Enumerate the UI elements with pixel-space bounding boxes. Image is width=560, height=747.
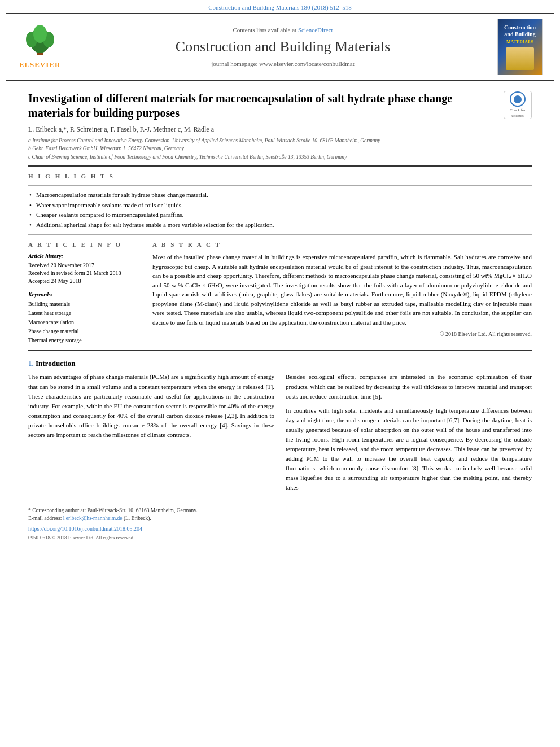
keyword-5: Thermal energy storage <box>28 336 141 345</box>
highlight-item-2: Water vapor impermeable sealants made of… <box>28 200 532 210</box>
journal-header: ELSEVIER Contents lists available at Sci… <box>6 13 554 81</box>
issn-text: 0950-0618/© 2018 Elsevier Ltd. All right… <box>28 534 532 541</box>
keyword-4: Phase change material <box>28 327 141 336</box>
affiliation-a: a Institute for Process Control and Inno… <box>28 137 532 145</box>
check-updates-label: Check for updates <box>504 108 531 119</box>
check-updates-badge: Check for updates <box>504 91 532 119</box>
divider-after-abstract <box>28 350 532 351</box>
doi-link[interactable]: https://doi.org/10.1016/j.conbuildmat.20… <box>28 525 532 533</box>
email-note: E-mail address: l.erlbeck@hs-mannheim.de… <box>28 514 532 522</box>
article-content: Investigation of different materials for… <box>17 91 543 541</box>
journal-citation-text: Construction and Building Materials 180 … <box>208 4 352 11</box>
article-info-header: A R T I C L E I N F O <box>28 241 141 249</box>
article-info-abstract-section: A R T I C L E I N F O Article history: R… <box>28 241 532 345</box>
highlight-item-4: Additional spherical shape for salt hydr… <box>28 220 532 230</box>
revised-date: Received in revised form 21 March 2018 <box>28 269 141 277</box>
abstract-header: A B S T R A C T <box>152 241 532 249</box>
article-history-label: Article history: <box>28 252 141 260</box>
intro-right-para2: In countries with high solar incidents a… <box>286 406 532 492</box>
affiliation-b: b Gebr. Fasel Betonwerk GmbH, Wiesenstr.… <box>28 145 532 152</box>
affiliation-c: c Chair of Brewing Science, Institute of… <box>28 153 532 161</box>
logo-box-line2: and Building <box>504 31 535 38</box>
intro-left-para1: The main advantages of phase change mate… <box>28 372 274 439</box>
divider-highlights-top <box>28 185 532 186</box>
article-info-column: A R T I C L E I N F O Article history: R… <box>28 241 141 345</box>
keywords-section: Keywords: Building materials Latent heat… <box>28 291 141 345</box>
journal-logo-right: Construction and Building MATERIALS <box>495 19 545 75</box>
accepted-date: Accepted 24 May 2018 <box>28 277 141 285</box>
highlights-list: Macroencapsulation materials for salt hy… <box>28 190 532 230</box>
email-link[interactable]: l.erlbeck@hs-mannheim.de <box>63 516 123 521</box>
divider-after-affiliations <box>28 165 532 167</box>
authors-text: L. Erlbeck a,*, P. Schreiner a, F. Fasel… <box>28 125 214 133</box>
elsevier-tree-icon <box>20 24 60 58</box>
email-suffix: (L. Erlbeck). <box>124 516 151 521</box>
check-updates-inner-circle <box>514 95 522 103</box>
keywords-label: Keywords: <box>28 291 141 299</box>
journal-header-middle: Contents lists available at ScienceDirec… <box>77 19 489 75</box>
keyword-3: Macroencapsulation <box>28 318 141 327</box>
introduction-header: 1. Introduction <box>28 359 532 369</box>
page: Construction and Building Materials 180 … <box>0 0 560 541</box>
keyword-1: Building materials <box>28 300 141 309</box>
abstract-column: A B S T R A C T Most of the installed ph… <box>152 241 532 345</box>
received-date: Received 20 November 2017 <box>28 261 141 269</box>
check-updates-icon <box>510 91 526 106</box>
intro-right-para1: Besides ecological effects, companies ar… <box>286 372 532 401</box>
email-label: E-mail address: <box>28 516 62 521</box>
affiliations: a Institute for Process Control and Inno… <box>28 137 532 161</box>
logo-box-line3: MATERIALS <box>506 39 533 45</box>
section-number: 1. <box>28 359 36 368</box>
elsevier-label: ELSEVIER <box>19 60 61 70</box>
section-title: Introduction <box>36 359 76 368</box>
sciencedirect-link[interactable]: ScienceDirect <box>298 27 333 33</box>
contents-available-text: Contents lists available at ScienceDirec… <box>233 26 333 34</box>
abstract-text: Most of the installed phase change mater… <box>152 252 532 327</box>
article-title-section: Investigation of different materials for… <box>28 91 532 120</box>
highlights-header: H I G H L I G H T S <box>28 172 532 181</box>
authors-line: L. Erlbeck a,*, P. Schreiner a, F. Fasel… <box>28 125 532 134</box>
body-two-col: The main advantages of phase change mate… <box>28 372 532 497</box>
body-col-right: Besides ecological effects, companies ar… <box>286 372 532 497</box>
corresponding-author-note: * Corresponding author at: Paul-Wittsack… <box>28 506 532 514</box>
journal-citation-bar: Construction and Building Materials 180 … <box>0 0 560 13</box>
divider-highlights-bottom <box>28 234 532 235</box>
journal-homepage: journal homepage: www.elsevier.com/locat… <box>211 60 354 68</box>
journal-logo-left: ELSEVIER <box>15 19 71 75</box>
highlight-item-3: Cheaper sealants compared to microencaps… <box>28 210 532 220</box>
logo-box-line1: Construction <box>504 24 536 31</box>
body-col-left: The main advantages of phase change mate… <box>28 372 274 497</box>
keyword-2: Latent heat storage <box>28 309 141 318</box>
footnote-section: * Corresponding author at: Paul-Wittsack… <box>28 503 532 541</box>
journal-cover-icon: Construction and Building MATERIALS <box>497 19 542 75</box>
highlight-item-1: Macroencapsulation materials for salt hy… <box>28 190 532 200</box>
article-title: Investigation of different materials for… <box>28 91 498 120</box>
svg-point-4 <box>33 25 47 43</box>
journal-title: Construction and Building Materials <box>176 37 391 57</box>
copyright-line: © 2018 Elsevier Ltd. All rights reserved… <box>152 330 532 338</box>
